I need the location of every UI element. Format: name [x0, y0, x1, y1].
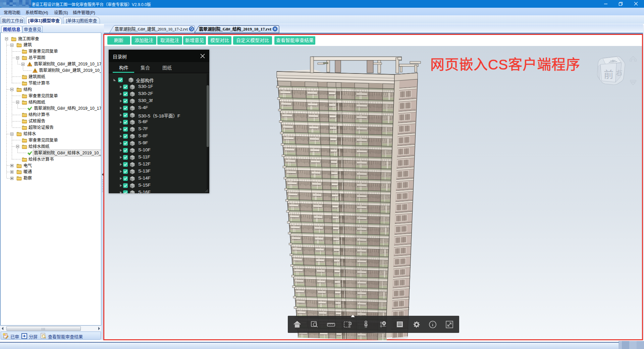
svg-text:右: 右	[616, 69, 623, 77]
svg-text:翡翠湖别院_G8#_结构_2019_10_17.rvt: 翡翠湖别院_G8#_结构_2019_10_17.rvt	[199, 27, 272, 32]
svg-text:前: 前	[604, 69, 613, 80]
svg-text:翡翠湖别院_G8#_建筑_2019_10_17-2.rvt: 翡翠湖别院_G8#_建筑_2019_10_17-2.rvt	[115, 27, 188, 32]
